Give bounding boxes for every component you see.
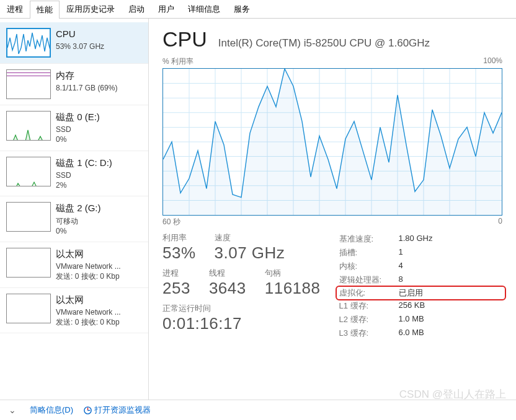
threads-label: 线程 <box>209 268 246 279</box>
stats-key: L2 缓存: <box>339 314 399 325</box>
stats-value: 1 <box>399 247 403 258</box>
stats-row: 基准速度:1.80 GHz <box>339 232 503 246</box>
stats-value: 256 KB <box>399 300 425 312</box>
sidebar-sub: 可移动 <box>56 216 101 226</box>
ethernet-thumb <box>6 248 51 278</box>
stats-key: 内核: <box>339 261 399 272</box>
stats-value: 已启用 <box>399 287 423 299</box>
sidebar-sub2: 2% <box>56 180 112 190</box>
stats-row: 逻辑处理器:8 <box>339 273 503 287</box>
main-area: CPU 53% 3.07 GHz 内存 8.1/11.7 GB (69%) 磁盘… <box>0 19 516 400</box>
sidebar-title: 磁盘 1 (C: D:) <box>56 157 112 169</box>
uptime-value: 0:01:16:17 <box>162 314 321 333</box>
stats-value: 1.0 MB <box>399 314 424 325</box>
content: CPU Intel(R) Core(TM) i5-8250U CPU @ 1.6… <box>149 19 516 400</box>
stats-key: 虚拟化: <box>339 287 399 299</box>
sidebar-item-disk1[interactable]: 磁盘 1 (C: D:) SSD 2% <box>0 151 148 197</box>
tab-performance[interactable]: 性能 <box>30 1 60 19</box>
processes-value: 253 <box>162 279 190 298</box>
sidebar-sub2: 发送: 0 接收: 0 Kbp <box>56 317 121 327</box>
sidebar-text: 以太网 VMware Network ... 发送: 0 接收: 0 Kbp <box>56 294 121 328</box>
sidebar-item-memory[interactable]: 内存 8.1/11.7 GB (69%) <box>0 64 148 105</box>
sidebar-title: CPU <box>56 28 104 40</box>
speed-value: 3.07 GHz <box>215 243 285 263</box>
handles-label: 句柄 <box>265 268 321 279</box>
stats-value: 1.80 GHz <box>399 234 433 245</box>
disk-thumb <box>6 202 51 232</box>
stats-row: 内核:4 <box>339 260 503 273</box>
tab-startup[interactable]: 启动 <box>122 0 151 18</box>
page-title: CPU <box>162 27 207 51</box>
sidebar-sub: 53% 3.07 GHz <box>56 42 104 51</box>
sidebar-text: CPU 53% 3.07 GHz <box>56 28 104 58</box>
sidebar-item-disk2[interactable]: 磁盘 2 (G:) 可移动 0% <box>0 196 148 242</box>
sidebar-title: 以太网 <box>56 294 121 306</box>
tab-details[interactable]: 详细信息 <box>181 0 227 18</box>
ethernet-thumb <box>6 294 51 323</box>
tab-app-history[interactable]: 应用历史记录 <box>60 0 122 18</box>
sidebar-text: 内存 8.1/11.7 GB (69%) <box>56 69 117 99</box>
stats-key: L1 缓存: <box>339 300 399 312</box>
sidebar-sub2: 0% <box>56 134 100 144</box>
sidebar-sub2: 0% <box>56 226 101 236</box>
stats-key: 基准速度: <box>339 234 399 245</box>
stats-right: 基准速度:1.80 GHz插槽:1内核:4逻辑处理器:8虚拟化:已启用L1 缓存… <box>339 232 503 340</box>
stats-value: 4 <box>399 261 403 272</box>
tab-users[interactable]: 用户 <box>151 0 181 18</box>
chart-bottom-labels: 60 秒 0 <box>162 217 502 227</box>
stats-left: 利用率 53% 速度 3.07 GHz 进程 253 线程 36 <box>162 232 321 340</box>
resmon-icon <box>83 406 92 415</box>
stats-value: 6.0 MB <box>399 328 424 339</box>
disk-thumb <box>6 111 51 141</box>
stats-row: L1 缓存:256 KB <box>339 299 503 313</box>
stats-key: 插槽: <box>339 247 399 258</box>
threads-value: 3643 <box>209 279 246 298</box>
stats-row: 虚拟化:已启用 <box>336 286 507 300</box>
uptime-label: 正常运行时间 <box>162 303 321 314</box>
memory-thumb <box>6 69 51 99</box>
chart-y-label: % 利用率 <box>162 56 194 67</box>
handles-value: 116188 <box>265 279 321 298</box>
chart-x-right: 0 <box>498 217 502 227</box>
resmon-link-wrap[interactable]: 打开资源监视器 <box>83 405 151 416</box>
sidebar-title: 内存 <box>56 69 117 82</box>
sidebar-item-disk0[interactable]: 磁盘 0 (E:) SSD 0% <box>0 105 148 151</box>
cpu-thumb <box>6 28 51 58</box>
sidebar-title: 磁盘 2 (G:) <box>56 202 101 214</box>
header: CPU Intel(R) Core(TM) i5-8250U CPU @ 1.6… <box>162 27 502 51</box>
speed-label: 速度 <box>215 232 285 243</box>
sidebar-item-ethernet0[interactable]: 以太网 VMware Network ... 发送: 0 接收: 0 Kbp <box>0 242 148 288</box>
resmon-link[interactable]: 打开资源监视器 <box>94 405 151 416</box>
chevron-down-icon[interactable]: ⌄ <box>9 405 16 415</box>
sidebar-item-ethernet1[interactable]: 以太网 VMware Network ... 发送: 0 接收: 0 Kbp <box>0 288 148 334</box>
sidebar-text: 磁盘 1 (C: D:) SSD 2% <box>56 157 112 191</box>
sidebar-text: 以太网 VMware Network ... 发送: 0 接收: 0 Kbp <box>56 248 121 282</box>
utilization-label: 利用率 <box>162 232 196 243</box>
chart-top-labels: % 利用率 100% <box>162 56 502 67</box>
sidebar: CPU 53% 3.07 GHz 内存 8.1/11.7 GB (69%) 磁盘… <box>0 19 149 400</box>
page-subtitle: Intel(R) Core(TM) i5-8250U CPU @ 1.60GHz <box>218 37 430 50</box>
stats-row: L2 缓存:1.0 MB <box>339 313 503 326</box>
tab-services[interactable]: 服务 <box>227 0 257 18</box>
stats-row: 插槽:1 <box>339 246 503 260</box>
processes-label: 进程 <box>162 268 190 279</box>
stats-key: L3 缓存: <box>339 328 399 339</box>
stats-key: 逻辑处理器: <box>339 274 399 286</box>
sidebar-sub2: 发送: 0 接收: 0 Kbp <box>56 271 121 281</box>
sidebar-item-cpu[interactable]: CPU 53% 3.07 GHz <box>0 22 148 64</box>
footer: ⌄ 简略信息(D) 打开资源监视器 <box>0 400 516 420</box>
sidebar-sub: VMware Network ... <box>56 307 121 317</box>
tabs: 进程 性能 应用历史记录 启动 用户 详细信息 服务 <box>0 0 516 19</box>
cpu-chart[interactable] <box>162 68 502 216</box>
disk-thumb <box>6 157 51 186</box>
tab-processes[interactable]: 进程 <box>0 0 30 18</box>
brief-view-link[interactable]: 简略信息(D) <box>30 405 73 416</box>
sidebar-text: 磁盘 0 (E:) SSD 0% <box>56 111 100 145</box>
sidebar-sub: SSD <box>56 125 100 134</box>
chart-x-left: 60 秒 <box>162 217 180 227</box>
sidebar-text: 磁盘 2 (G:) 可移动 0% <box>56 202 101 236</box>
stats-row: L3 缓存:6.0 MB <box>339 326 503 340</box>
stats-value: 8 <box>399 274 403 286</box>
chart-y-max: 100% <box>483 56 502 67</box>
sidebar-sub: VMware Network ... <box>56 261 121 271</box>
